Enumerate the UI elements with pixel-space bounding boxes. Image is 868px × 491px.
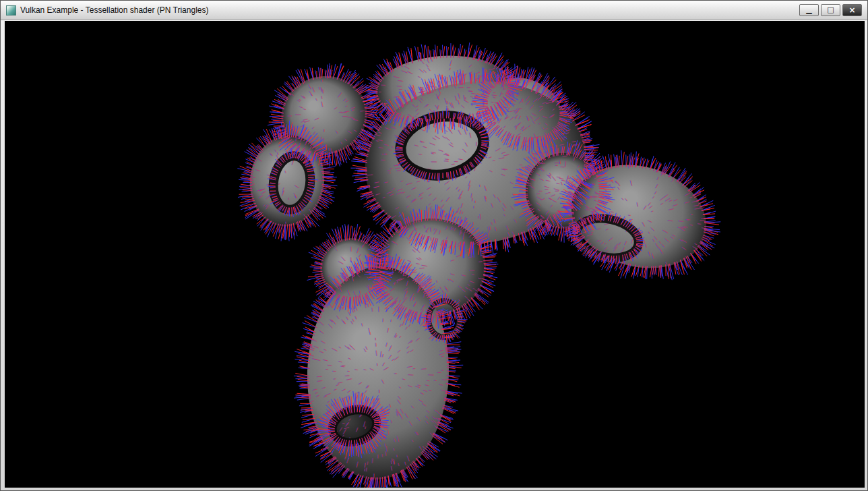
window-controls: ▁ □ × [799,4,862,16]
app-window: Vulkan Example - Tessellation shader (PN… [0,0,868,491]
window-title: Vulkan Example - Tessellation shader (PN… [20,5,208,15]
minimize-button[interactable]: ▁ [799,4,819,16]
close-button[interactable]: × [842,4,862,16]
app-icon [6,5,16,16]
maximize-button[interactable]: □ [821,4,840,16]
render-viewport[interactable] [5,21,865,488]
titlebar[interactable]: Vulkan Example - Tessellation shader (PN… [1,1,867,20]
render-canvas[interactable] [5,21,865,488]
